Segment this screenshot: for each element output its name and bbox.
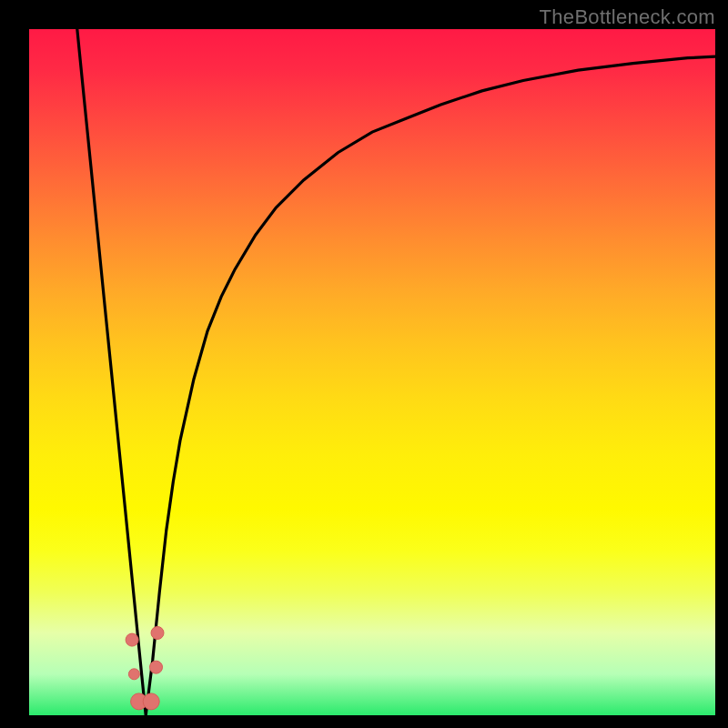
chart-frame: TheBottleneck.com [0,0,728,728]
data-markers [126,627,164,710]
plot-area [29,29,715,715]
data-point [143,693,159,710]
watermark-text: TheBottleneck.com [540,5,715,29]
bottleneck-curve [77,29,715,715]
curve-layer [29,29,715,715]
data-point [128,669,139,680]
data-point [151,627,164,640]
data-point [150,661,163,673]
data-point [126,633,138,646]
